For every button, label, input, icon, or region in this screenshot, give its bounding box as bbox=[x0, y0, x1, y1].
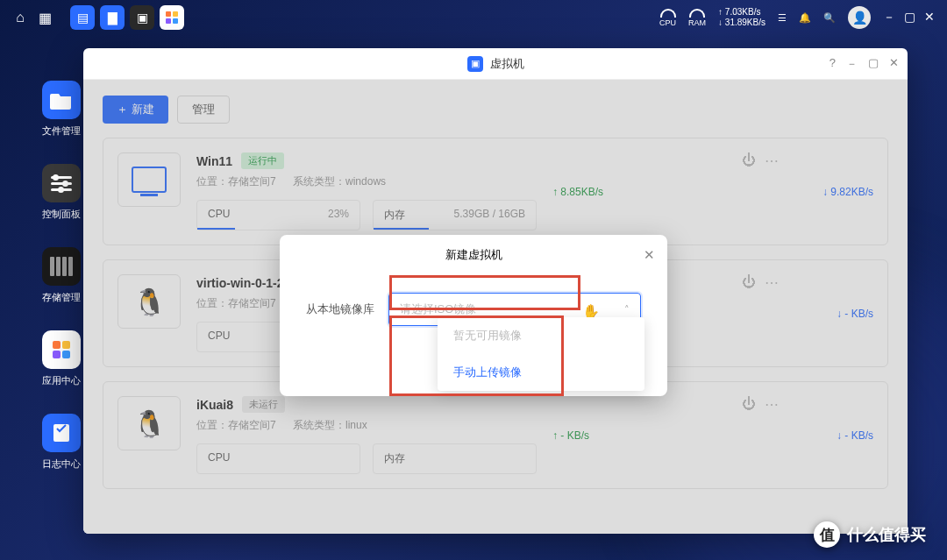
svg-rect-8 bbox=[53, 424, 69, 442]
home-icon[interactable]: ⌂ bbox=[12, 10, 28, 25]
modal-title: 新建虚拟机 bbox=[445, 248, 502, 261]
iso-source-label: 从本地镜像库 bbox=[306, 301, 374, 317]
window-titlebar: ▣ 虚拟机 ? － ▢ ✕ bbox=[83, 48, 908, 80]
taskbar-app-1[interactable]: ▤ bbox=[70, 5, 95, 30]
window-title-text: 虚拟机 bbox=[490, 56, 524, 72]
dock-storage[interactable]: 存储管理 bbox=[42, 247, 81, 304]
system-topbar: ⌂ ▦ ▤ ▇ ▣ CPU RAM ↑ 7.03KB/s ↓ 31.89KB/s… bbox=[0, 0, 947, 35]
dock-log-center[interactable]: 日志中心 bbox=[42, 414, 81, 471]
avatar[interactable]: 👤 bbox=[848, 6, 871, 29]
iso-dropdown: 暂无可用镜像 手动上传镜像 bbox=[438, 317, 644, 391]
bell-icon[interactable]: 🔔 bbox=[799, 12, 811, 24]
manual-upload-option[interactable]: 手动上传镜像 bbox=[438, 354, 644, 391]
svg-rect-3 bbox=[173, 18, 178, 24]
network-meter[interactable]: ↑ 7.03KB/s ↓ 31.89KB/s bbox=[718, 7, 765, 28]
desktop-dock: 文件管理 控制面板 存储管理 应用中心 日志中心 bbox=[42, 81, 81, 471]
svg-rect-0 bbox=[166, 11, 171, 17]
search-icon[interactable]: 🔍 bbox=[823, 12, 836, 24]
svg-rect-1 bbox=[173, 11, 178, 17]
svg-rect-7 bbox=[62, 351, 70, 358]
dock-file-manager[interactable]: 文件管理 bbox=[42, 81, 81, 138]
svg-rect-2 bbox=[166, 18, 171, 24]
help-icon[interactable]: ? bbox=[830, 56, 836, 72]
dock-app-center[interactable]: 应用中心 bbox=[42, 330, 81, 387]
inner-minimize-icon[interactable]: － bbox=[846, 56, 858, 72]
svg-rect-4 bbox=[53, 341, 61, 349]
ram-meter[interactable]: RAM bbox=[688, 9, 706, 27]
chevron-up-icon: ˄ bbox=[624, 304, 630, 315]
svg-rect-5 bbox=[62, 341, 70, 349]
window-close-icon[interactable]: ✕ bbox=[924, 10, 935, 25]
inner-maximize-icon[interactable]: ▢ bbox=[868, 56, 879, 72]
window-minimize-icon[interactable]: － bbox=[883, 10, 895, 25]
watermark: 值 什么值得买 bbox=[814, 521, 926, 548]
modal-close-icon[interactable]: ✕ bbox=[644, 247, 655, 263]
dock-control-panel[interactable]: 控制面板 bbox=[42, 164, 81, 221]
dropdown-empty: 暂无可用镜像 bbox=[438, 317, 644, 354]
svg-rect-6 bbox=[53, 351, 61, 358]
apps-grid-icon[interactable]: ▦ bbox=[37, 10, 53, 25]
window-maximize-icon[interactable]: ▢ bbox=[904, 10, 915, 25]
app-icon: ▣ bbox=[467, 56, 483, 72]
cpu-meter[interactable]: CPU bbox=[659, 9, 676, 27]
menu-icon[interactable]: ☰ bbox=[778, 12, 787, 24]
taskbar-app-terminal[interactable]: ▣ bbox=[130, 5, 154, 30]
taskbar-app-files[interactable]: ▇ bbox=[100, 5, 125, 30]
taskbar-app-4[interactable] bbox=[160, 5, 184, 30]
inner-close-icon[interactable]: ✕ bbox=[889, 56, 899, 72]
watermark-icon: 值 bbox=[814, 521, 840, 548]
